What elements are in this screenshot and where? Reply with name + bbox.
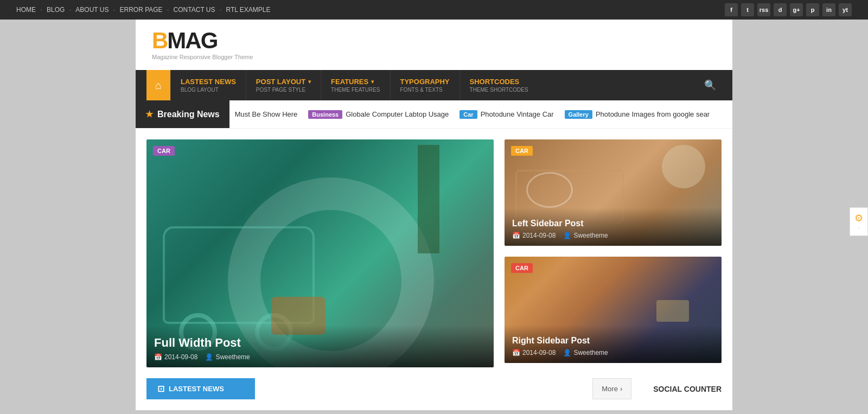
news-text: Photodune Images from google sear [596, 110, 710, 118]
logo-b: B [152, 28, 167, 53]
settings-gear[interactable]: ⚙ · [850, 207, 868, 236]
sidebar-top-date-value: 2014-09-08 [522, 232, 556, 239]
sidebar-top-author: 👤 Sweetheme [563, 232, 608, 239]
main-post-author: 👤 Sweetheme [205, 353, 250, 361]
nav-arrow: ▾ [308, 79, 311, 85]
search-button[interactable]: 🔍 [699, 79, 722, 91]
more-label: More [602, 385, 618, 393]
van-body-decoration [163, 226, 315, 324]
sidebar-bottom-author: 👤 Sweetheme [563, 349, 608, 356]
bottom-bar: ⊡ LASTEST NEWS More › SOCIAL COUNTER [136, 378, 732, 410]
top-nav-sep: - [113, 6, 115, 14]
home-icon: ⌂ [155, 79, 162, 92]
news-text: Photodune Vintage Car [481, 110, 554, 118]
home-button[interactable]: ⌂ [146, 70, 170, 100]
sidebar-bottom-post[interactable]: CAR Right Sidebar Post 📅 2014-09-08 👤 Sw… [505, 257, 722, 363]
nav-item-features[interactable]: FEATURES ▾ THEME FEATURES [321, 70, 390, 100]
news-item[interactable]: GalleryPhotodune Images from google sear [565, 110, 710, 119]
nav-sub: THEME FEATURES [331, 87, 380, 93]
news-tag: Car [459, 110, 477, 119]
more-arrow: › [620, 385, 622, 393]
news-item[interactable]: CarPhotodune Vintage Car [459, 110, 553, 119]
main-post-date-value: 2014-09-08 [164, 353, 197, 361]
latest-news-button[interactable]: ⊡ LASTEST NEWS [146, 378, 255, 399]
social-icons-group: ftrssdg+pinyt [725, 3, 852, 16]
author-icon: 👤 [205, 353, 213, 361]
top-nav: HOME-BLOG-ABOUT US-ERROR PAGE-CONTACT US… [16, 6, 271, 14]
logo-tagline: Magazine Responsive Blogger Theme [152, 54, 716, 60]
sidebar-top-post[interactable]: CAR Left Sidebar Post 📅 2014-09-08 👤 Swe… [505, 139, 722, 246]
nav-sub: FONTS & TEXTS [400, 87, 450, 93]
rss-icon-bottom: ⊡ [157, 384, 164, 394]
top-nav-sep: - [40, 6, 42, 14]
nav-sub: POST PAGE STYLE [256, 87, 311, 93]
sidebar: CAR Left Sidebar Post 📅 2014-09-08 👤 Swe… [505, 139, 722, 378]
sidebar-bottom-author-value: Sweetheme [573, 349, 608, 356]
sidebar-top-title: Left Sidebar Post [512, 219, 714, 228]
top-nav-sep: - [167, 6, 169, 14]
sidebar-top-meta: 📅 2014-09-08 👤 Sweetheme [512, 232, 714, 239]
top-nav-item-rtl[interactable]: RTL EXAMPLE [226, 6, 271, 14]
twitter-icon[interactable]: t [741, 3, 754, 16]
social-counter-label: SOCIAL COUNTER [653, 378, 722, 399]
news-tag: Gallery [565, 110, 592, 119]
logo-rest: MAG [167, 28, 217, 53]
top-nav-item-blog[interactable]: BLOG [47, 6, 65, 14]
news-text: Must Be Show Here [235, 110, 298, 118]
nav-label: TYPOGRAPHY [400, 78, 450, 86]
googleplus-icon[interactable]: g+ [790, 3, 803, 16]
more-link[interactable]: More › [592, 378, 631, 399]
news-item[interactable]: Must Be Show Here [235, 110, 298, 118]
rss-icon[interactable]: rss [757, 3, 770, 16]
main-post-overlay: Full Width Post 📅 2014-09-08 👤 Sweetheme [146, 325, 494, 367]
gear-dot: · [858, 225, 860, 231]
breaking-news-items: Must Be Show HereBusinessGlobale Compute… [229, 110, 732, 119]
sidebar-bottom-title: Right Sidebar Post [512, 336, 714, 346]
dribbble-icon[interactable]: d [774, 3, 787, 16]
calendar-icon-3: 📅 [512, 349, 520, 356]
sidebar-top-author-value: Sweetheme [573, 232, 608, 239]
nav-label: SHORTCODES [470, 78, 528, 86]
linkedin-icon[interactable]: in [822, 3, 835, 16]
sidebar-top-category: CAR [511, 146, 533, 156]
nav-item-shortcodes[interactable]: SHORTCODES THEME SHORTCODES [459, 70, 538, 100]
header: BMAG Magazine Responsive Blogger Theme [136, 20, 732, 70]
breaking-news-text: Breaking News [157, 110, 220, 119]
breaking-news-star: ★ [145, 109, 153, 119]
author-icon-3: 👤 [563, 349, 571, 356]
top-nav-sep: - [69, 6, 71, 14]
nav-sub: THEME SHORTCODES [470, 87, 528, 93]
nav-arrow: ▾ [371, 79, 374, 85]
top-bar: HOME-BLOG-ABOUT US-ERROR PAGE-CONTACT US… [0, 0, 868, 20]
sidebar-bottom-date: 📅 2014-09-08 [512, 349, 556, 356]
nav-item-typography[interactable]: TYPOGRAPHY FONTS & TEXTS [390, 70, 459, 100]
top-nav-item-home[interactable]: HOME [16, 6, 36, 14]
top-nav-item-contact[interactable]: CONTACT US [174, 6, 215, 14]
latest-news-label: LASTEST NEWS [169, 385, 224, 393]
news-item[interactable]: BusinessGlobale Computer Labtop Usage [308, 110, 449, 119]
sidebar-top-overlay: Left Sidebar Post 📅 2014-09-08 👤 Sweethe… [505, 208, 722, 246]
tree-decoration [418, 145, 439, 253]
top-nav-sep: - [220, 6, 222, 14]
main-post-card[interactable]: CAR Full Width Post 📅 2014-09-08 👤 Sweet… [146, 139, 494, 367]
nav-item-post-layout[interactable]: POST LAYOUT ▾ POST PAGE STYLE [246, 70, 321, 100]
facebook-icon[interactable]: f [725, 3, 738, 16]
top-nav-item-error[interactable]: ERROR PAGE [119, 6, 162, 14]
youtube-icon[interactable]: yt [839, 3, 852, 16]
main-content: CAR Full Width Post 📅 2014-09-08 👤 Sweet… [146, 139, 494, 378]
logo-text: BMAG [152, 29, 716, 52]
pinterest-icon[interactable]: p [806, 3, 819, 16]
sidebar-bottom-overlay: Right Sidebar Post 📅 2014-09-08 👤 Sweeth… [505, 325, 722, 363]
main-post-date: 📅 2014-09-08 [154, 353, 197, 361]
main-post-category: CAR [153, 146, 175, 156]
content-area: CAR Full Width Post 📅 2014-09-08 👤 Sweet… [136, 129, 732, 378]
gear-icon: ⚙ [854, 212, 863, 224]
nav-sub: BLOG LAYOUT [181, 87, 236, 93]
nav-label: POST LAYOUT ▾ [256, 78, 311, 86]
nav-item-lastest-news[interactable]: LASTEST NEWS BLOG LAYOUT [170, 70, 246, 100]
main-nav: ⌂ LASTEST NEWS BLOG LAYOUT POST LAYOUT ▾… [136, 70, 732, 100]
top-nav-item-about[interactable]: ABOUT US [75, 6, 108, 14]
calendar-icon: 📅 [154, 353, 162, 361]
news-tag: Business [308, 110, 342, 119]
logo[interactable]: BMAG Magazine Responsive Blogger Theme [152, 29, 716, 60]
